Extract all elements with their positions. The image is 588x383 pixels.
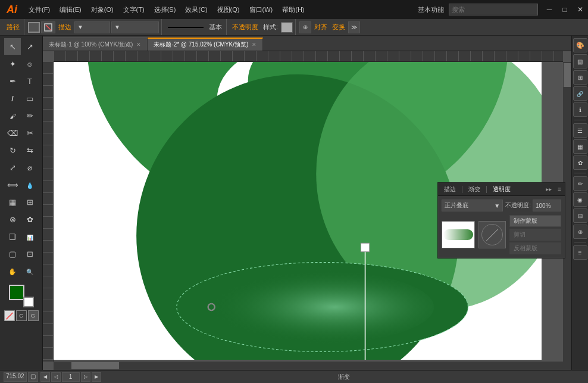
text-tool[interactable]	[21, 73, 38, 89]
rp-swatches-btn[interactable]	[573, 139, 587, 154]
tp-clip-btn[interactable]: 剪切	[509, 229, 561, 241]
minimize-button[interactable]: ─	[542, 2, 557, 17]
menu-object[interactable]: 对象(O)	[86, 0, 118, 19]
tool-row-9	[4, 176, 38, 193]
reflect-tool[interactable]	[21, 142, 38, 158]
tp-options-btn[interactable]: ≡	[558, 186, 561, 192]
svg-rect-11	[361, 243, 370, 252]
rp-grid-btn[interactable]	[573, 70, 587, 85]
sb-first-btn[interactable]: ◁	[51, 372, 61, 382]
rp-align-btn[interactable]	[573, 208, 587, 223]
tp-blend-row: 正片叠底 ▼ 不透明度: 100%	[442, 200, 561, 211]
blend-tool[interactable]	[4, 211, 21, 228]
tp-opacity-input[interactable]: 100%	[533, 200, 561, 211]
tp-opacity-value: 100%	[536, 203, 551, 209]
tp-menu-btn[interactable]: ▸▸	[546, 186, 552, 192]
mesh-tool[interactable]	[21, 194, 38, 210]
target-btn[interactable]: ⊕	[299, 21, 311, 33]
menu-effect[interactable]: 效果(C)	[180, 0, 212, 19]
sb-prev-btn[interactable]: ◀	[40, 372, 50, 382]
lasso-tool[interactable]	[21, 55, 38, 72]
rp-symbols-btn[interactable]	[573, 155, 587, 170]
rp-gradient-btn[interactable]	[573, 54, 587, 68]
menu-window[interactable]: 窗口(W)	[245, 0, 278, 19]
slice-tool[interactable]	[21, 245, 38, 262]
width-tool[interactable]	[4, 176, 21, 193]
hand-tool[interactable]	[4, 263, 21, 279]
color-mode-btn[interactable]: C	[16, 310, 27, 321]
rp-expand-btn[interactable]	[573, 245, 587, 260]
scissors-tool[interactable]	[21, 124, 38, 141]
tp-tab-gradient[interactable]: 渐变	[466, 185, 483, 194]
menu-help[interactable]: 帮助(H)	[277, 0, 309, 19]
tp-invert-btn[interactable]: 反相蒙版	[509, 242, 561, 254]
tp-blend-dropdown[interactable]: 正片叠底 ▼	[442, 200, 503, 211]
direct-select-tool[interactable]	[21, 38, 38, 55]
rp-info-btn[interactable]	[573, 102, 587, 117]
pencil-tool[interactable]	[21, 107, 38, 124]
tp-tab-stroke[interactable]: 描边	[442, 185, 458, 194]
scale-tool[interactable]	[4, 159, 21, 176]
h-scroll-thumb[interactable]	[71, 362, 119, 369]
sb-next-btn[interactable]: ▶	[92, 372, 101, 382]
horizontal-scrollbar[interactable]	[54, 362, 563, 370]
maximize-button[interactable]: □	[557, 2, 573, 17]
menu-select[interactable]: 选择(S)	[149, 0, 181, 19]
eyedrop-tool[interactable]	[21, 176, 38, 193]
column-tool[interactable]	[4, 228, 21, 245]
stroke-color-btn[interactable]	[28, 22, 40, 33]
line-preview	[168, 27, 204, 28]
warp-tool[interactable]	[21, 159, 38, 176]
foreground-color[interactable]	[9, 285, 24, 300]
rp-layers-btn[interactable]	[573, 123, 587, 138]
pen-tool[interactable]	[4, 73, 21, 89]
tp-body: 正片叠底 ▼ 不透明度: 100% 制作蒙版 剪切 反相	[438, 196, 565, 258]
menu-edit[interactable]: 编辑(E)	[55, 0, 86, 19]
tab-1[interactable]: 未标题-1 @ 100% (CMYK/预览) ✕	[43, 38, 148, 51]
tab-1-close[interactable]: ✕	[136, 42, 141, 48]
rp-brush-btn[interactable]	[573, 176, 587, 191]
graph-tool[interactable]	[21, 228, 38, 245]
brush-tool[interactable]	[4, 107, 21, 124]
stroke-icon-btn[interactable]	[41, 21, 55, 33]
tp-tab-transparency[interactable]: 透明度	[490, 185, 513, 194]
rotate-tool[interactable]	[4, 142, 21, 158]
tab-2[interactable]: 未标题-2* @ 715.02% (CMYK/预览) ✕	[148, 38, 263, 51]
zoom-tool[interactable]	[21, 263, 38, 279]
sb-last-btn[interactable]: ▷	[81, 372, 90, 382]
menu-view[interactable]: 视图(Q)	[212, 0, 245, 19]
magic-wand-tool[interactable]	[4, 55, 21, 72]
rect-tool[interactable]	[21, 90, 38, 107]
rp-color-btn[interactable]	[573, 38, 587, 52]
stroke-dropdown[interactable]: ▼	[74, 21, 110, 33]
menu-file[interactable]: 文件(F)	[24, 0, 55, 19]
more-btn[interactable]: ≫	[348, 21, 360, 33]
rp-links-btn[interactable]	[573, 86, 587, 101]
gradient-mode-btn[interactable]: G	[28, 310, 39, 321]
v-scroll-thumb[interactable]	[564, 63, 571, 87]
tp-no-mask-btn[interactable]	[478, 221, 506, 248]
line-tool[interactable]	[4, 90, 21, 107]
rp-xform-btn[interactable]	[573, 225, 587, 239]
rp-appear-btn[interactable]	[573, 192, 587, 207]
symbol-tool[interactable]	[21, 211, 38, 228]
tool-row-6	[4, 124, 38, 141]
select-tool[interactable]	[4, 38, 21, 55]
tp-sep1	[462, 186, 462, 193]
none-stroke-btn[interactable]	[4, 310, 15, 321]
title-bar: Ai 文件(F) 编辑(E) 对象(O) 文字(T) 选择(S) 效果(C) 视…	[0, 0, 588, 19]
sb-fit-btn[interactable]: ▢	[28, 372, 38, 382]
tp-make-mask-btn[interactable]: 制作蒙版	[509, 215, 561, 227]
sb-page-input[interactable]	[62, 372, 80, 382]
tab-2-close[interactable]: ✕	[252, 42, 257, 48]
stroke-type-dropdown[interactable]: ▼	[111, 21, 159, 33]
gradient-tool[interactable]	[4, 194, 21, 210]
style-color-btn[interactable]	[281, 22, 293, 33]
close-button[interactable]: ✕	[573, 2, 588, 17]
eraser-tool[interactable]	[4, 124, 21, 141]
line-section: 基本	[163, 19, 227, 35]
artboard-tool[interactable]	[4, 245, 21, 262]
search-input[interactable]	[449, 4, 538, 15]
background-color[interactable]	[23, 297, 34, 307]
menu-text[interactable]: 文字(T)	[118, 0, 149, 19]
